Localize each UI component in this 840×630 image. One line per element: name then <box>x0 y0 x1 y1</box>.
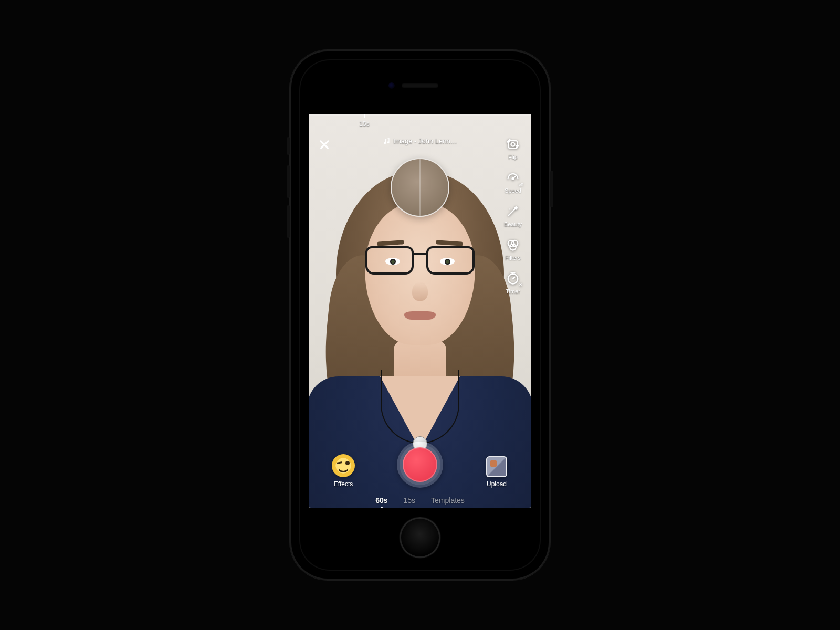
screen: 15s Image - John Lenn… <box>309 114 531 508</box>
recording-progress-track[interactable] <box>309 114 531 116</box>
timer-icon: 3 <box>505 270 521 286</box>
bottom-controls: Effects Upload <box>309 442 531 488</box>
mode-templates[interactable]: Templates <box>431 496 465 505</box>
retouch-magnifier[interactable] <box>391 158 449 217</box>
timer-label: Timer <box>506 288 520 295</box>
svg-point-4 <box>512 178 513 180</box>
filters-icon <box>505 237 521 253</box>
phone-bezel: 15s Image - John Lenn… <box>299 59 541 571</box>
svg-point-3 <box>511 143 515 146</box>
upload-label: Upload <box>487 480 507 488</box>
beauty-label: Beauty <box>504 221 522 227</box>
power-button <box>550 171 553 207</box>
side-toolbar: Flip off Speed Beauty <box>500 136 526 295</box>
svg-point-8 <box>510 244 516 250</box>
filters-button[interactable]: Filters <box>500 237 526 261</box>
volume-up-button <box>287 165 290 198</box>
flip-icon <box>505 136 521 152</box>
phone-frame: 15s Image - John Lenn… <box>290 50 550 580</box>
upload-thumbnail <box>486 456 507 477</box>
effects-icon <box>332 454 355 477</box>
upload-button[interactable]: Upload <box>476 456 518 488</box>
progress-tick-15s <box>364 114 365 118</box>
mute-switch <box>287 137 290 155</box>
music-note-icon <box>383 138 390 145</box>
beauty-button[interactable]: Beauty <box>500 203 526 227</box>
speed-badge: off <box>519 183 523 186</box>
effects-label: Effects <box>334 480 353 488</box>
effects-button[interactable]: Effects <box>322 454 364 488</box>
mode-15s[interactable]: 15s <box>403 496 415 505</box>
mode-selector[interactable]: 60s15sTemplates <box>309 496 531 505</box>
camera-ui-overlay: 15s Image - John Lenn… <box>309 114 531 508</box>
flip-label: Flip <box>508 154 518 160</box>
svg-point-1 <box>387 141 389 143</box>
home-button[interactable] <box>400 517 440 558</box>
svg-point-0 <box>384 142 386 144</box>
earpiece-speaker <box>402 83 438 88</box>
timer-badge: 3 <box>519 282 522 287</box>
volume-down-button <box>287 205 290 238</box>
speed-label: Speed <box>505 187 521 194</box>
filters-label: Filters <box>505 255 521 261</box>
speed-button[interactable]: off Speed <box>500 170 526 194</box>
svg-point-5 <box>509 208 510 209</box>
speed-icon: off <box>505 170 521 185</box>
close-button[interactable] <box>317 137 332 152</box>
record-button[interactable] <box>397 442 443 488</box>
sound-picker[interactable]: Image - John Lenn… <box>383 137 457 145</box>
progress-tick-label: 15s <box>359 120 369 128</box>
mode-60s[interactable]: 60s <box>375 496 387 505</box>
timer-button[interactable]: 3 Timer <box>500 270 526 295</box>
sound-label: Image - John Lenn… <box>393 137 457 145</box>
beauty-icon <box>505 203 521 219</box>
front-camera-dot <box>388 82 395 89</box>
flip-button[interactable]: Flip <box>500 136 526 160</box>
record-icon <box>397 442 443 488</box>
